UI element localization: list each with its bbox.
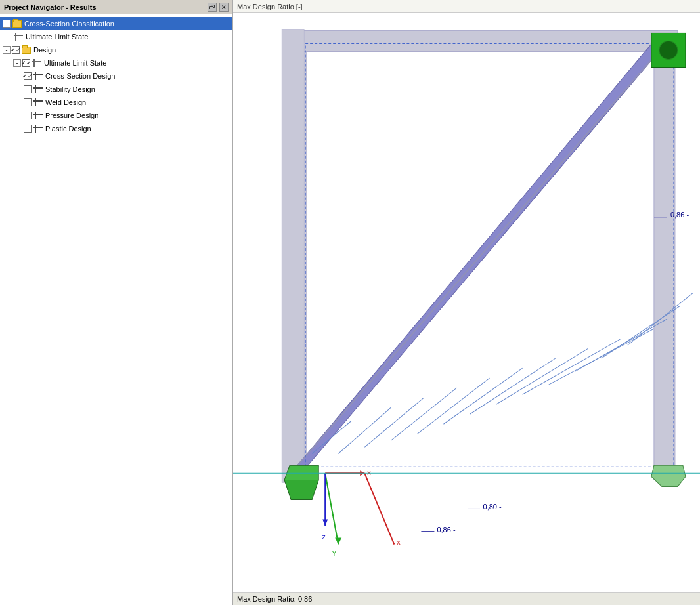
folder-icon-0: [12, 19, 22, 28]
tree-item-plastic[interactable]: Plastic Design: [0, 122, 232, 135]
tree-item-pressure[interactable]: Pressure Design: [0, 109, 232, 122]
svg-point-37: [659, 41, 678, 59]
pin-button[interactable]: 🗗: [208, 3, 217, 12]
checkbox-pressure[interactable]: [24, 112, 32, 119]
tree-label-pressure: Pressure Design: [45, 112, 98, 119]
panel-controls: 🗗 ✕: [208, 3, 229, 12]
beam-icon-weld: [33, 98, 43, 107]
svg-rect-7: [35, 85, 36, 93]
svg-rect-19: [282, 29, 304, 482]
status-text: Max Design Ratio: 0,86: [237, 595, 312, 603]
tree-label-design: Design: [33, 46, 56, 54]
folder-icon-design: [21, 45, 32, 54]
checkbox-plastic[interactable]: [24, 125, 32, 133]
checkbox-cs[interactable]: ✓: [24, 72, 32, 80]
expand-icon-uls2[interactable]: -: [13, 59, 21, 67]
checkbox-stability[interactable]: [24, 85, 32, 93]
svg-rect-18: [283, 30, 678, 51]
beam-icon-stability: [33, 85, 43, 94]
tree-item-uls-1[interactable]: Ultimate Limit State: [0, 30, 232, 43]
svg-rect-9: [35, 98, 36, 106]
beam-icon-plastic: [33, 124, 43, 133]
tree-label-0: Cross-Section Classification: [24, 20, 114, 28]
project-navigator-panel: Project Navigator - Results 🗗 ✕ - Cross-…: [0, 0, 233, 605]
tree-label-cs: Cross-Section Design: [45, 72, 115, 80]
tree-label-stability: Stability Design: [45, 85, 95, 93]
svg-rect-3: [33, 59, 35, 67]
3d-viewport[interactable]: STEEL EC3 CA1 - Bemessung nach Eurocode …: [233, 13, 700, 592]
tree-container: - Cross-Section Classification Ultimate …: [0, 14, 232, 605]
beam-icon-uls2: [32, 58, 42, 68]
tree-label-plastic: Plastic Design: [45, 125, 91, 133]
svg-text:z: z: [322, 533, 326, 541]
close-button[interactable]: ✕: [219, 3, 229, 12]
status-bar: Max Design Ratio: 0,86: [233, 592, 700, 605]
viewport-title: Max Design Ratio [-]: [237, 3, 303, 10]
tree-label-1: Ultimate Limit State: [26, 33, 88, 41]
svg-rect-5: [35, 72, 36, 80]
tree-item-weld[interactable]: Weld Design: [0, 96, 232, 109]
expand-icon-0[interactable]: -: [3, 20, 11, 28]
svg-rect-11: [35, 112, 36, 119]
beam-icon-1: [13, 32, 24, 41]
svg-text:0,80 -: 0,80 -: [483, 503, 502, 511]
panel-title: Project Navigator - Results: [4, 3, 97, 11]
tree-item-design[interactable]: - ✓ Design: [0, 43, 232, 56]
svg-text:x: x: [397, 538, 401, 546]
tree-label-weld: Weld Design: [45, 98, 86, 106]
viewport-panel: Max Design Ratio [-] STEEL EC3 CA1 - Bem…: [233, 0, 700, 605]
checkbox-weld[interactable]: [24, 98, 32, 106]
svg-rect-17: [654, 33, 675, 480]
beam-icon-cs: [33, 72, 43, 81]
svg-text:0,86 -: 0,86 -: [437, 526, 455, 533]
tree-label-uls2: Ultimate Limit State: [44, 59, 106, 67]
expand-icon-design[interactable]: -: [3, 46, 11, 54]
svg-text:x: x: [367, 469, 371, 476]
tree-item-stability[interactable]: Stability Design: [0, 83, 232, 96]
beam-icon-pressure: [33, 111, 43, 120]
svg-text:0,86 -: 0,86 -: [670, 211, 689, 219]
tree-item-cs-design[interactable]: ✓ Cross-Section Design: [0, 70, 232, 83]
svg-rect-13: [35, 125, 36, 133]
tree-item-uls-2[interactable]: - ✓ Ultimate Limit State: [0, 56, 232, 70]
tree-item-cross-section-classification[interactable]: - Cross-Section Classification: [0, 17, 232, 30]
viewport-header: Max Design Ratio [-]: [233, 0, 700, 13]
panel-header: Project Navigator - Results 🗗 ✕: [0, 0, 232, 14]
checkbox-uls2[interactable]: ✓: [22, 59, 30, 67]
svg-rect-1: [15, 33, 16, 41]
svg-text:Y: Y: [332, 549, 337, 557]
checkbox-design[interactable]: ✓: [12, 46, 20, 54]
